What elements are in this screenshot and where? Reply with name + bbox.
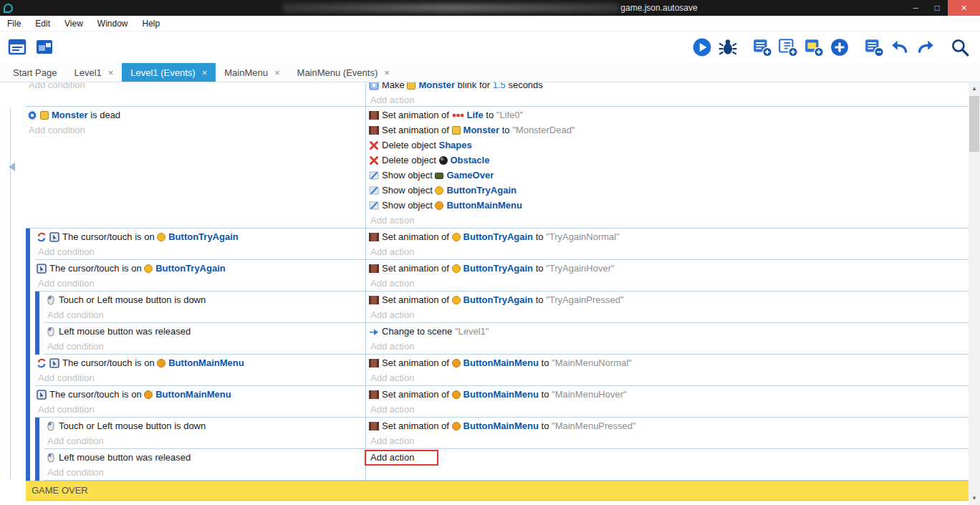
action-line[interactable]: Set animation of ButtonMainMenu to "Main… [369, 355, 969, 370]
add-action-link-highlighted[interactable]: Add action [365, 450, 438, 466]
event-cursor-not-on-try-again[interactable]: The cursor/touch is on ButtonTryAgain Ad… [35, 229, 969, 260]
event-conditions[interactable]: The cursor/touch is on ButtonTryAgain Ad… [35, 229, 365, 259]
condition-line[interactable]: Touch or Left mouse button is down [46, 292, 365, 307]
add-subevent-button[interactable] [777, 36, 799, 59]
event-try-again-pressed[interactable]: Touch or Left mouse button is down Add c… [44, 292, 969, 323]
action-line[interactable]: Set animation of ButtonMainMenu to "Main… [369, 387, 969, 402]
action-line[interactable]: Show object ButtonTryAgain [369, 183, 969, 198]
add-action-link[interactable]: Add action [369, 402, 969, 417]
event-conditions[interactable]: Touch or Left mouse button is down Add c… [44, 418, 365, 448]
event-cursor-on-main-menu[interactable]: The cursor/touch is on ButtonMainMenu Ad… [35, 386, 969, 418]
add-action-link[interactable]: Add action [369, 244, 969, 259]
action-line[interactable]: Delete object Obstacle [369, 153, 969, 168]
event-actions[interactable]: Add action [365, 449, 969, 480]
condition-line[interactable]: Left mouse button was released [46, 324, 365, 339]
event-conditions[interactable]: The cursor/touch is on ButtonMainMenu Ad… [35, 386, 365, 417]
add-condition-link[interactable]: Add condition [37, 276, 365, 291]
tab-close-icon[interactable]: × [108, 67, 114, 78]
condition-line[interactable]: The cursor/touch is on ButtonMainMenu [37, 355, 365, 370]
minimize-button[interactable]: – [905, 0, 926, 16]
action-line[interactable]: Set animation of ButtonTryAgain to "TryA… [369, 292, 969, 307]
close-button[interactable]: × [948, 0, 980, 16]
add-circle-button[interactable] [828, 36, 851, 59]
tab-mainmenu-events[interactable]: MainMenu (Events)× [289, 63, 398, 82]
tab-close-icon[interactable]: × [202, 67, 208, 78]
condition-line[interactable]: The cursor/touch is on ButtonTryAgain [37, 229, 365, 244]
tab-start-page[interactable]: Start Page [4, 63, 65, 82]
condition-line[interactable]: The cursor/touch is on ButtonMainMenu [37, 387, 365, 402]
undo-button[interactable] [888, 36, 911, 59]
tab-close-icon[interactable]: × [274, 67, 280, 78]
event-try-again-released[interactable]: Left mouse button was released Add condi… [44, 323, 969, 355]
event-conditions[interactable]: Left mouse button was released Add condi… [44, 449, 365, 480]
menu-view[interactable]: View [57, 16, 90, 32]
vertical-scrollbar[interactable]: ▲ ▼ [969, 82, 980, 505]
tab-level1-events[interactable]: Level1 (Events)× [122, 63, 216, 82]
redo-button[interactable] [914, 36, 937, 59]
event-conditions[interactable]: The cursor/touch is on ButtonMainMenu Ad… [35, 355, 365, 385]
event-actions[interactable]: Set animation of Life to "Life0" Set ani… [365, 107, 969, 228]
search-button[interactable] [948, 36, 971, 59]
menu-window[interactable]: Window [90, 16, 135, 32]
tab-level1[interactable]: Level1× [65, 63, 122, 82]
action-line[interactable]: Show object ButtonMainMenu [369, 198, 969, 213]
event-actions[interactable]: Change to scene "Level1" Add action [365, 323, 969, 354]
add-condition-link[interactable]: Add condition [46, 307, 365, 322]
event-actions[interactable]: Set animation of ButtonMainMenu to "Main… [365, 386, 969, 417]
action-line[interactable]: Set animation of ButtonTryAgain to "TryA… [369, 229, 969, 244]
add-action-link[interactable]: Add action [369, 339, 969, 354]
event-conditions[interactable]: Add condition [26, 82, 365, 106]
event-conditions[interactable]: Left mouse button was released Add condi… [44, 323, 365, 354]
action-line[interactable]: Set animation of ButtonTryAgain to "TryA… [369, 261, 969, 276]
tab-mainmenu[interactable]: MainMenu× [216, 63, 288, 82]
event-actions[interactable]: Set animation of ButtonTryAgain to "TryA… [365, 229, 969, 259]
action-line[interactable]: Set animation of Life to "Life0" [369, 107, 969, 122]
collapse-event-icon[interactable] [4, 163, 15, 171]
action-line[interactable]: Show object GameOver [369, 168, 969, 183]
condition-line[interactable]: The cursor/touch is on ButtonTryAgain [37, 261, 365, 276]
event-actions[interactable]: Make Monster blink for 1.5 seconds Add a… [365, 82, 969, 106]
event-actions[interactable]: Set animation of ButtonMainMenu to "Main… [365, 418, 969, 448]
event-main-menu-pressed[interactable]: Touch or Left mouse button is down Add c… [44, 418, 969, 449]
menu-help[interactable]: Help [135, 16, 168, 32]
event-main-menu-released[interactable]: Left mouse button was released Add condi… [44, 449, 969, 481]
add-condition-link[interactable]: Add condition [46, 465, 365, 480]
add-condition-link[interactable]: Add condition [37, 370, 365, 385]
add-action-link[interactable]: Add action [369, 370, 969, 385]
action-line[interactable]: Make Monster blink for 1.5 seconds [369, 82, 969, 92]
comment-event[interactable]: GAME OVER [26, 481, 969, 501]
add-condition-link[interactable]: Add condition [27, 82, 365, 92]
toggle-event-button[interactable] [863, 36, 885, 59]
play-button[interactable] [691, 36, 714, 59]
action-line[interactable]: Set animation of ButtonMainMenu to "Main… [369, 418, 969, 433]
event-conditions[interactable]: Touch or Left mouse button is down Add c… [44, 292, 365, 322]
add-action-link[interactable]: Add action [369, 307, 969, 322]
add-condition-link[interactable]: Add condition [37, 402, 365, 417]
event-row-partial[interactable]: Add condition Make Monster blink for 1.5… [26, 82, 969, 107]
add-condition-link[interactable]: Add condition [27, 122, 365, 138]
action-line[interactable]: Add action [369, 450, 969, 465]
menu-file[interactable]: File [0, 16, 28, 32]
event-conditions[interactable]: Monster is dead Add condition [26, 107, 365, 228]
event-cursor-on-try-again[interactable]: The cursor/touch is on ButtonTryAgain Ad… [35, 260, 969, 292]
add-event-button[interactable] [751, 36, 774, 59]
tab-close-icon[interactable]: × [384, 67, 390, 78]
action-line[interactable]: Delete object Shapes [369, 138, 969, 153]
maximize-button[interactable]: □ [926, 0, 948, 16]
scrollbar-thumb[interactable] [969, 96, 979, 152]
event-cursor-not-on-main-menu[interactable]: The cursor/touch is on ButtonMainMenu Ad… [35, 355, 969, 386]
event-actions[interactable]: Set animation of ButtonTryAgain to "TryA… [365, 292, 969, 322]
menu-edit[interactable]: Edit [28, 16, 57, 32]
debug-button[interactable] [716, 36, 739, 59]
event-conditions[interactable]: The cursor/touch is on ButtonTryAgain Ad… [35, 260, 365, 291]
add-action-link[interactable]: Add action [369, 92, 969, 107]
add-action-link[interactable]: Add action [369, 433, 969, 448]
add-condition-link[interactable]: Add condition [46, 433, 365, 448]
scene-editor-button[interactable] [33, 36, 56, 59]
add-action-link[interactable]: Add action [369, 213, 969, 228]
scroll-up-icon[interactable]: ▲ [969, 83, 980, 95]
condition-line[interactable]: Touch or Left mouse button is down [46, 418, 365, 433]
add-action-link[interactable]: Add action [369, 276, 969, 291]
add-condition-link[interactable]: Add condition [37, 244, 365, 259]
action-line[interactable]: Change to scene "Level1" [369, 324, 969, 339]
